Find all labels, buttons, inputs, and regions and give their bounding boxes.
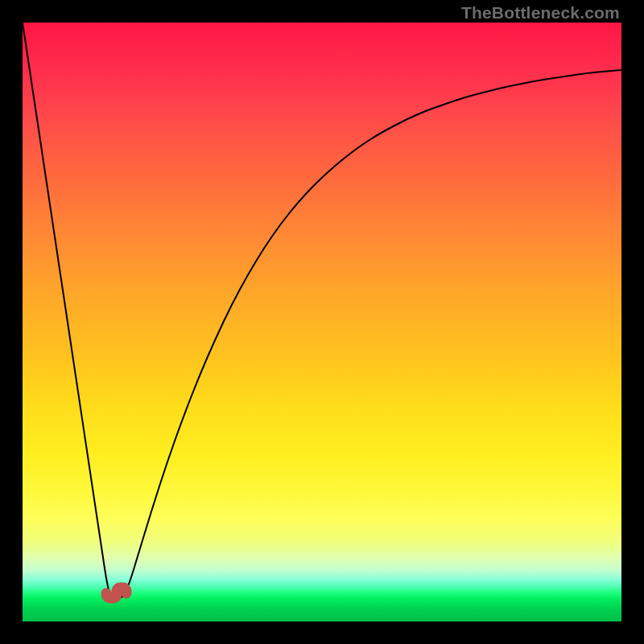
chart-frame: TheBottleneck.com — [0, 0, 644, 644]
min-marker-icon — [23, 23, 621, 621]
plot-area — [23, 23, 621, 621]
watermark-text: TheBottleneck.com — [461, 3, 620, 23]
